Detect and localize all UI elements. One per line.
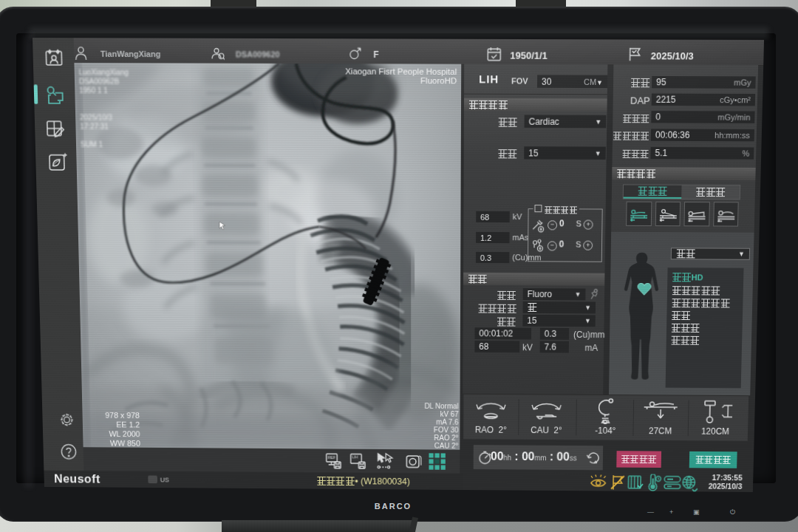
- svg-text:SUM 1: SUM 1: [81, 140, 103, 149]
- svg-text:LIH: LIH: [352, 455, 358, 460]
- svg-text:DSA00962B: DSA00962B: [79, 77, 120, 85]
- svg-text:1950 1 1: 1950 1 1: [79, 86, 108, 95]
- svg-text:978 x 978: 978 x 978: [105, 411, 140, 420]
- svg-text:RAO 2°: RAO 2°: [434, 434, 458, 442]
- svg-text:CAU 2°: CAU 2°: [434, 442, 459, 450]
- svg-text:REF: REF: [328, 455, 336, 460]
- svg-text:mA 7.6: mA 7.6: [436, 418, 459, 426]
- svg-text:LuoXiangXiang: LuoXiangXiang: [79, 68, 129, 76]
- svg-text:DL Normal: DL Normal: [424, 402, 458, 410]
- svg-text:EE 1.2: EE 1.2: [116, 420, 140, 429]
- svg-text:WL 2000: WL 2000: [109, 429, 140, 438]
- svg-text:FOV 30: FOV 30: [434, 426, 459, 434]
- svg-text:17:27:31: 17:27:31: [80, 123, 109, 131]
- svg-text:2025/10/3: 2025/10/3: [80, 113, 113, 121]
- svg-text:kV 67: kV 67: [440, 410, 459, 418]
- svg-text:Xiaogan Fisrt People Hospital: Xiaogan Fisrt People Hospital: [345, 66, 457, 76]
- svg-text:FluoroHD: FluoroHD: [420, 75, 457, 85]
- svg-text:WW 850: WW 850: [110, 439, 140, 448]
